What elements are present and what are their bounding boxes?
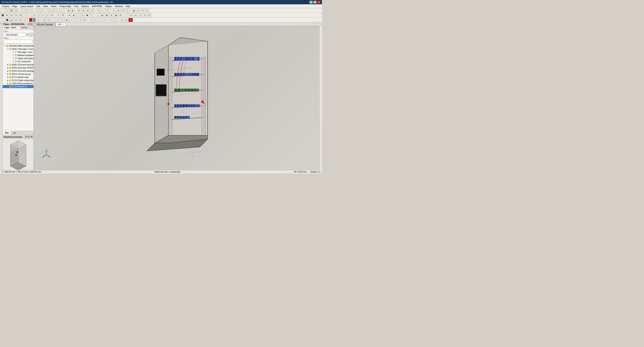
tab-a1[interactable]: A1 ✕	[56, 22, 66, 26]
t3-btn18[interactable]: 📍	[78, 18, 82, 22]
refresh-btn[interactable]: ↺	[145, 8, 150, 12]
t3-btn21[interactable]: ↘	[94, 18, 98, 22]
aaa1-toggle[interactable]: ▼	[7, 48, 9, 50]
efa2-toggle[interactable]: ▶	[7, 66, 9, 69]
t2-btn5[interactable]: ▤	[18, 13, 23, 17]
vn01-toggle[interactable]: ▶	[7, 82, 9, 84]
tb-nav-left[interactable]: ◀	[66, 8, 70, 12]
tree-tab-tree[interactable]: Tree	[3, 131, 11, 135]
t2-btn31[interactable]: ◎	[142, 13, 147, 17]
t3-btn3[interactable]: ▬	[10, 18, 14, 22]
tree-root[interactable]: ▼ 20191024 Billet Grinding Machine	[3, 44, 34, 48]
new-btn[interactable]: 📄	[0, 8, 5, 12]
tree-item-eld1[interactable]: ▶ ELD1 (Cable routing drawing (site))	[3, 79, 34, 82]
t2-btn18[interactable]: ⬡	[80, 13, 85, 17]
filter-dropdown[interactable]: - Not activated -	[4, 33, 29, 36]
t3-btn5[interactable]: ⊞	[18, 18, 23, 22]
grid-btn3[interactable]: ⊠	[86, 8, 90, 12]
fit-btn[interactable]: ⛶	[55, 8, 60, 12]
t3-btn13[interactable]: ⇒	[56, 18, 60, 22]
menu-edit[interactable]: Edit	[35, 4, 42, 8]
t2-btn1[interactable]: ⬛	[0, 13, 5, 17]
t2-btn10[interactable]: ✎	[41, 13, 45, 17]
t3-btn23[interactable]: ⇒	[102, 18, 107, 22]
undo-btn[interactable]: ↩	[36, 8, 40, 12]
menu-page[interactable]: Page	[10, 4, 19, 8]
t2-btn7[interactable]: ↓	[28, 13, 32, 17]
tree-item-page4[interactable]: ▶ 4 "CE Conformity"	[3, 60, 34, 63]
menu-insert[interactable]: Insert	[49, 4, 58, 8]
component-btn2[interactable]: 🔧	[125, 8, 130, 12]
t3-btn12[interactable]: →	[51, 18, 56, 22]
t3-btn4[interactable]: ⊡	[14, 18, 18, 22]
right-strip-btn2[interactable]: A	[320, 24, 322, 26]
move-btn[interactable]: ✥	[116, 8, 121, 12]
t3-btn25[interactable]: ⚡	[113, 18, 118, 22]
paste-btn[interactable]: 📋	[29, 8, 34, 12]
tree-item-mtl11[interactable]: ▶ MTL11 (Panel layout)	[3, 72, 34, 76]
close-button[interactable]: ✕	[317, 1, 320, 4]
t2-btn32[interactable]: ⊛	[147, 13, 152, 17]
menu-layout-space[interactable]: Layout space	[19, 4, 35, 8]
t3-btn20[interactable]: ↗	[89, 18, 93, 22]
menu-find[interactable]: Find	[72, 4, 80, 8]
t2-btn27[interactable]: ⬚	[124, 13, 129, 17]
view-wire-btn[interactable]: ◫	[136, 8, 140, 12]
t2-btn13[interactable]: ⧈	[56, 13, 60, 17]
tab-a1-close[interactable]: ✕	[62, 23, 63, 25]
cut-btn[interactable]: ✂	[20, 8, 24, 12]
sub-tab-devices[interactable]: Devices - 20191024 Billet Grindi...	[20, 26, 34, 29]
menu-project-data[interactable]: Project data	[58, 4, 73, 8]
t2-btn14[interactable]: ⊞	[61, 13, 65, 17]
tree-item-vn01[interactable]: ▶ VN01 (Paint workpiece)	[3, 82, 34, 85]
value-input[interactable]	[4, 40, 33, 43]
tree-item-efa2[interactable]: ▶ EFA2 (Overview "PROFINET")	[3, 66, 34, 69]
t2-btn8[interactable]: ⬆	[32, 13, 36, 17]
right-strip-btn1[interactable]: T	[320, 23, 322, 24]
etc1-toggle[interactable]: ▶	[7, 76, 9, 78]
rotate-btn[interactable]: ↻	[96, 8, 101, 12]
t2-btn17[interactable]: ◊	[76, 13, 80, 17]
copy-btn[interactable]: ⧉	[25, 8, 29, 12]
tab-menu-btn[interactable]: ▾	[314, 22, 318, 26]
menu-help[interactable]: Help	[124, 4, 132, 8]
search-btn[interactable]: ⌕	[60, 8, 64, 12]
t3-btn15[interactable]: ◉	[65, 18, 69, 22]
t3-btn10[interactable]: ⊕	[42, 18, 46, 22]
t3-btn7[interactable]: —	[29, 18, 32, 22]
t3-btn27[interactable]: ◲	[124, 18, 128, 22]
sub-tab-pages[interactable]: Pages - 20191024 Billet Grindi...	[3, 26, 20, 29]
t3-btn22[interactable]: ↙	[98, 18, 102, 22]
eld1-toggle[interactable]: ▶	[7, 79, 9, 82]
grid-btn1[interactable]: ⊞	[77, 8, 81, 12]
mirror-btn[interactable]: ⇔	[106, 8, 110, 12]
filter-config-btn[interactable]: …	[29, 33, 33, 36]
print-btn[interactable]: 🖨	[14, 8, 18, 12]
left-strip-icon1[interactable]: ⊞	[0, 23, 2, 24]
t3-btn16[interactable]: ⌗	[69, 18, 74, 22]
t2-btn4[interactable]: ☰	[14, 13, 18, 17]
menu-options[interactable]: Options	[80, 4, 90, 8]
tree-item-page1[interactable]: ▶ 1 "Title page / cover sheet"	[3, 50, 34, 54]
grid-btn4[interactable]: ⊡	[90, 8, 94, 12]
t2-btn3[interactable]: ⊟	[10, 13, 14, 17]
t2-btn30[interactable]: ⊙	[138, 13, 142, 17]
mtl11-toggle[interactable]: ▶	[7, 73, 9, 75]
adb1-toggle[interactable]: ▶	[7, 64, 9, 66]
zoom-out-btn[interactable]: 🔎	[51, 8, 55, 12]
t2-btn2[interactable]: ⊞	[5, 13, 9, 17]
save-btn[interactable]: 💾	[10, 8, 14, 12]
tree-item-page2[interactable]: ▶ 2 "Material regulations"	[3, 54, 34, 57]
tree-item-a1[interactable]: ▶ A1 (Enclosure 1)	[3, 85, 34, 88]
t2-btn6[interactable]: ↕	[23, 13, 27, 17]
t3-btn24[interactable]: ⧂	[109, 18, 113, 22]
t2-btn29[interactable]: ⊘	[134, 13, 138, 17]
t3-btn1[interactable]: ⬜	[0, 18, 5, 22]
t2-btn25[interactable]: ▦	[114, 13, 118, 17]
panel-config-btn[interactable]: ▾	[28, 23, 30, 26]
t3-btn2[interactable]: ⬛	[5, 18, 9, 22]
t2-btn20[interactable]: △	[90, 13, 94, 17]
preview-close-btn[interactable]: ✕	[30, 136, 33, 138]
t3-btn17[interactable]: ⌖	[74, 18, 78, 22]
t2-btn19[interactable]: ⬢	[85, 13, 89, 17]
